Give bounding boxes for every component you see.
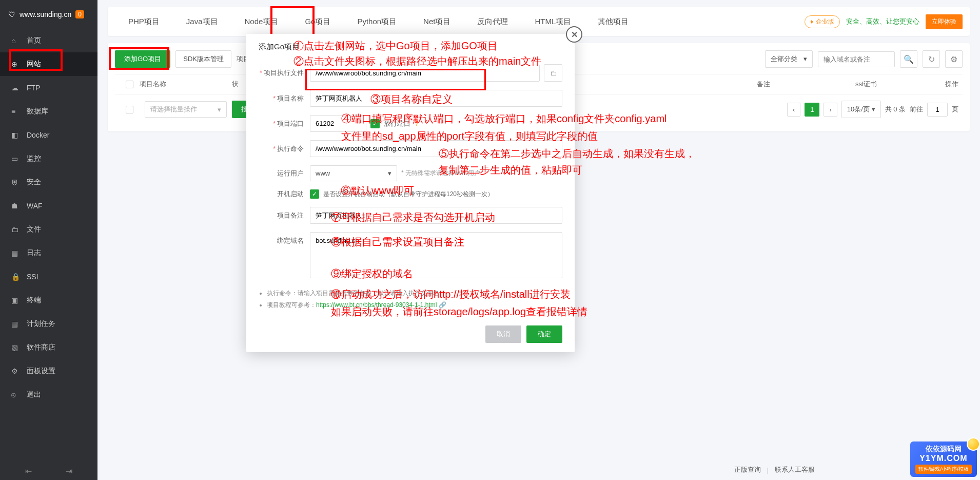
link-icon: 🔗: [439, 301, 446, 309]
store-icon: ▧: [11, 343, 19, 352]
domain-textarea[interactable]: [310, 232, 562, 278]
batch-select[interactable]: 请选择批量操作▾: [145, 101, 227, 118]
sdk-version-button[interactable]: SDK版本管理: [175, 50, 231, 68]
sidebar-item-waf[interactable]: ☗WAF: [0, 194, 97, 218]
sidebar-footer: ⇤ ⇥: [0, 466, 97, 476]
add-go-project-button[interactable]: 添加GO项目: [115, 50, 170, 68]
search-input[interactable]: [818, 51, 895, 67]
sidebar-item-ftp[interactable]: ☁FTP: [0, 76, 97, 100]
tutorial-link[interactable]: https://www.bt.cn/bbs/thread-93034-1-1.h…: [316, 301, 437, 309]
next-page-button[interactable]: ›: [824, 103, 837, 117]
sidebar-label: 计划任务: [27, 319, 55, 329]
sidebar-label: 监控: [27, 154, 41, 163]
logout-icon: ⎋: [11, 391, 19, 399]
page-1-button[interactable]: 1: [805, 103, 819, 117]
port-input[interactable]: [310, 115, 366, 132]
sidebar-label: Docker: [27, 131, 49, 139]
sidebar-item-files[interactable]: 🗀文件: [0, 218, 97, 241]
search-button[interactable]: 🔍: [900, 50, 917, 68]
th-ssl[interactable]: ssl证书: [815, 80, 917, 89]
sidebar-item-terminal[interactable]: ▣终端: [0, 289, 97, 312]
sidebar-item-logs[interactable]: ▤日志: [0, 241, 97, 265]
browse-folder-button[interactable]: 🗀: [544, 64, 562, 82]
footer-link-support[interactable]: 联系人工客服: [775, 465, 815, 474]
modal-close-button[interactable]: ✕: [566, 26, 582, 43]
sidebar-item-cron[interactable]: ▦计划任务: [0, 312, 97, 336]
sidebar-item-website[interactable]: ⊕网站: [0, 52, 97, 76]
page-size-select[interactable]: 10条/页 ▾: [841, 101, 881, 118]
sidebar-label: FTP: [27, 84, 40, 92]
sidebar-label: 安全: [27, 178, 41, 187]
folder-icon: 🗀: [550, 69, 557, 77]
cron-icon: ▦: [11, 320, 19, 328]
project-name-input[interactable]: [310, 90, 562, 107]
sidebar-label: 首页: [27, 36, 41, 45]
cmd-input[interactable]: [310, 140, 562, 157]
tab-php[interactable]: PHP项目: [115, 7, 173, 36]
sidebar-item-docker[interactable]: ◧Docker: [0, 123, 97, 147]
sidebar: 🛡 www.sunding.cn 0 ⌂首页 ⊕网站 ☁FTP ≡数据库 ◧Do…: [0, 0, 97, 480]
sidebar-item-logout[interactable]: ⎋退出: [0, 383, 97, 407]
waf-icon: ☗: [11, 202, 19, 210]
sidebar-item-store[interactable]: ▧软件商店: [0, 336, 97, 359]
refresh-icon: ↻: [928, 54, 935, 64]
row-checkbox[interactable]: [126, 106, 133, 113]
sidebar-item-settings[interactable]: ⚙面板设置: [0, 359, 97, 383]
add-go-project-modal: ✕ 添加Go项目 *项目执行文件 🗀 *项目名称 *项目端口 ✓ 放行端口 ? …: [246, 34, 575, 352]
th-remark[interactable]: 备注: [712, 80, 815, 89]
pagination: ‹ 1 › 10条/页 ▾ 共 0 条 前往 页: [787, 101, 958, 118]
prev-page-button[interactable]: ‹: [787, 103, 800, 117]
sidebar-item-database[interactable]: ≡数据库: [0, 100, 97, 123]
gear-icon: ⚙: [11, 367, 19, 375]
row-port: *项目端口 ✓ 放行端口 ?: [246, 111, 575, 136]
autostart-text: 是否设置开机自动启动（默认自带守护进程每120秒检测一次）: [323, 190, 494, 199]
collapse-left-icon[interactable]: ⇤: [25, 466, 32, 476]
settings-button[interactable]: ⚙: [945, 50, 963, 68]
run-user-select[interactable]: www▾: [310, 165, 397, 181]
sidebar-item-security[interactable]: ⛨安全: [0, 170, 97, 194]
notice-badge[interactable]: 0: [75, 10, 84, 18]
row-cmd: *执行命令: [246, 136, 575, 161]
footer-bar: 正版查询 | 联系人工客服: [97, 459, 980, 480]
category-select[interactable]: 全部分类 ▾: [765, 50, 813, 68]
exec-file-input[interactable]: [310, 65, 540, 82]
tab-net[interactable]: Net项目: [410, 7, 464, 36]
enterprise-badge[interactable]: ♦企业版: [805, 15, 840, 28]
select-all-checkbox[interactable]: [126, 81, 133, 88]
tab-python[interactable]: Python项目: [344, 7, 410, 36]
ssl-icon: 🔒: [11, 273, 19, 281]
collapse-right-icon[interactable]: ⇥: [66, 466, 72, 476]
hint-tutorial: 项目教程可参考：https://www.bt.cn/bbs/thread-930…: [267, 299, 562, 311]
sidebar-header: 🛡 www.sunding.cn 0: [0, 0, 97, 29]
sidebar-label: WAF: [27, 202, 43, 210]
row-exec-file: *项目执行文件 🗀: [246, 60, 575, 86]
tab-java[interactable]: Java项目: [173, 7, 231, 36]
row-domain: 绑定域名: [246, 228, 575, 282]
refresh-button[interactable]: ↻: [923, 50, 940, 68]
ftp-icon: ☁: [11, 84, 19, 92]
confirm-button[interactable]: 确定: [526, 325, 562, 343]
tab-proxy[interactable]: 反向代理: [464, 7, 521, 36]
allow-port-checkbox[interactable]: ✓: [370, 119, 380, 128]
sidebar-label: 退出: [27, 390, 41, 399]
sidebar-item-ssl[interactable]: 🔒SSL: [0, 265, 97, 289]
th-action[interactable]: 操作: [917, 80, 958, 89]
sidebar-item-monitor[interactable]: ▭监控: [0, 147, 97, 170]
tab-node[interactable]: Node项目: [231, 7, 292, 36]
cancel-button[interactable]: 取消: [485, 325, 521, 343]
remark-input[interactable]: [310, 207, 562, 224]
sidebar-item-home[interactable]: ⌂首页: [0, 29, 97, 52]
row-remark: 项目备注: [246, 203, 575, 228]
try-now-button[interactable]: 立即体验: [926, 14, 963, 29]
help-icon[interactable]: ?: [415, 120, 418, 127]
th-name[interactable]: 项目名称: [140, 80, 232, 89]
separator: |: [767, 466, 769, 474]
footer-link-genuine[interactable]: 正版查询: [734, 465, 761, 474]
log-icon: ▤: [11, 249, 19, 257]
goto-input[interactable]: [927, 103, 948, 117]
slogan-text: 安全、高效、让您更安心: [846, 17, 919, 26]
autostart-checkbox[interactable]: ✓: [310, 189, 319, 199]
tab-go[interactable]: Go项目: [291, 7, 344, 36]
sidebar-label: SSL: [27, 273, 40, 281]
tab-other[interactable]: 其他项目: [584, 7, 642, 36]
